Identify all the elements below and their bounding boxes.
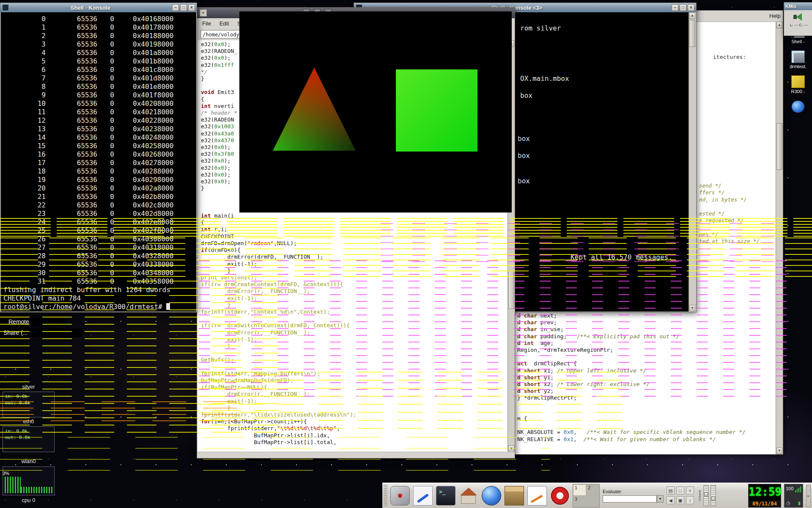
code-line: BufMapPtr->list[i].total, <box>201 439 508 446</box>
battery-icon: ▮ <box>798 500 801 506</box>
code-line: nd, in bytes */ <box>699 196 760 203</box>
pager-desktop-2[interactable]: 2 <box>586 484 599 496</box>
titlebar[interactable]: KMix <box>784 3 812 10</box>
pager-desktop-4[interactable] <box>586 496 599 507</box>
mixer-status: L: --- C: --- <box>784 23 812 27</box>
close-button[interactable]: × <box>688 4 694 11</box>
scrollbar-thumb[interactable] <box>689 20 695 47</box>
monitor-icon <box>791 50 805 63</box>
close-button[interactable]: × <box>200 9 207 17</box>
writer-icon[interactable] <box>527 486 547 505</box>
maximize-button[interactable]: □ <box>680 4 686 11</box>
display-icon[interactable]: ▣ <box>676 496 684 504</box>
code-line: if((r= drmCreateContext(drmFD, &context)… <box>201 281 508 288</box>
buffer-table-row: 146553600x40248000 <box>3 133 196 142</box>
scroll-down-icon[interactable]: ▼ <box>508 445 514 452</box>
konsole-icon[interactable] <box>436 486 455 505</box>
buffer-table-row: 206553600x402a8000 <box>3 184 196 193</box>
volume-slider-1[interactable] <box>703 485 709 506</box>
buffer-table-row: 196553600x40298000 <box>3 176 196 184</box>
scrollbar-thumb[interactable] <box>508 271 514 309</box>
code-line: exit(-1); <box>201 398 508 405</box>
minimize-button[interactable]: – <box>672 4 678 11</box>
browser-icon[interactable] <box>482 486 501 505</box>
scroll-down-icon[interactable]: ▼ <box>689 305 695 312</box>
pager-desktop-3[interactable]: 3 <box>573 496 586 507</box>
desktop-label-share[interactable]: Share (... <box>0 329 83 337</box>
code-comment-column: send */ffers */nd, in bytes */ ested */s… <box>699 182 760 245</box>
menu-edit[interactable]: Edit <box>219 20 229 27</box>
code-line: fprintf(stderr,"Context %d\n",Context); <box>201 309 508 315</box>
menu-help[interactable]: Help <box>769 13 781 19</box>
monitor-cpu-graph[interactable] <box>3 467 55 495</box>
peripherals-icon[interactable] <box>390 486 410 505</box>
lifebuoy-icon[interactable] <box>550 486 570 505</box>
code-line: d char padding; /**< Explicitly pad this… <box>517 333 746 340</box>
titlebar[interactable]: Shell - Konsole – □ × <box>0 3 197 12</box>
code-line: drmError(r,__FUNCTION__); <box>201 329 508 336</box>
close-button[interactable]: × <box>188 4 195 11</box>
buffer-table-row: 276553600x40318000 <box>3 243 196 252</box>
terminal-line: box <box>518 177 530 185</box>
code-line: exit(-1); <box>201 261 508 268</box>
scrollbar-thumb[interactable] <box>776 123 782 170</box>
slider-knob[interactable] <box>711 497 715 501</box>
code-line: oes */ <box>699 231 760 238</box>
pager-desktop-1[interactable]: 1 <box>573 484 586 496</box>
desktop-label-remote[interactable]: Remote <box>0 318 67 326</box>
code-fragment: itectures: <box>713 54 746 60</box>
code-line: drmFD=drmOpen("radeon",NULL); <box>201 240 508 247</box>
terminal-line: OX.main.mbox <box>520 75 569 83</box>
minimize-button[interactable]: – <box>172 4 179 11</box>
home-icon[interactable] <box>459 486 478 505</box>
desktop-pager: 1 2 3 <box>573 484 600 508</box>
panel-handle[interactable] <box>384 485 387 507</box>
scroll-up-icon[interactable]: ▲ <box>689 12 695 19</box>
battery-applet[interactable]: 100 ◷ ▮ <box>784 484 803 508</box>
code-line <box>517 422 746 429</box>
header-code-block: d char next;d char prev;d char in_use;d … <box>517 312 746 443</box>
window-list-icon[interactable]: □ <box>676 486 684 494</box>
updown-icon[interactable]: ↕ <box>686 496 694 504</box>
globe-icon <box>791 100 805 113</box>
volume-slider-2[interactable] <box>710 485 716 506</box>
volume-icon[interactable]: ◀ <box>667 496 675 504</box>
scroll-down-icon[interactable]: ▼ <box>776 447 782 454</box>
monitor-net-silver[interactable]: in: 0.0kout: 0.0k <box>3 392 55 417</box>
code-line: ffers */ <box>699 189 760 196</box>
dropdown-arrow-icon[interactable]: ▼ <box>657 495 664 502</box>
monitor-net-eth0[interactable]: in: 0.0kout: 0.0k <box>3 426 55 452</box>
system-tray: ▤□×◀▣↕ <box>667 486 695 505</box>
window-konsole-1[interactable]: Shell - Konsole – □ × 06553600x401680001… <box>0 3 197 312</box>
desktop-icon-globe[interactable] <box>791 100 805 119</box>
buffer-table-row: 06553600x40168000 <box>3 15 196 23</box>
code-line: BufMapPtr->list[i].idx, <box>201 432 508 439</box>
klipper-icon[interactable]: ▤ <box>667 486 675 494</box>
panel-hide-button[interactable]: ▸ <box>806 485 811 507</box>
window-kmix[interactable]: KMix L: --- C: --- <box>784 2 812 36</box>
scroll-up-icon[interactable]: ▲ <box>776 22 782 28</box>
scrollbar-vertical[interactable]: ▲ ▼ <box>776 22 783 454</box>
code-line: ested */ <box>699 210 760 217</box>
clock-applet[interactable]: 12:59 09/11/04 <box>748 484 781 508</box>
speaker-icon[interactable] <box>793 12 805 22</box>
code-line: d short x2; /* Lower right: exclusive */ <box>517 381 746 388</box>
buffer-table-row: 106553600x40208000 <box>3 99 196 108</box>
terminal-screen[interactable]: 06553600x4016800016553600x40178000265536… <box>1 12 196 312</box>
code-line: if(drmFD<0){ <box>201 247 508 254</box>
scrollbar-vertical[interactable]: ▲ ▼ <box>689 12 696 312</box>
slider-knob[interactable] <box>704 492 708 497</box>
menu-file[interactable]: File <box>202 20 211 27</box>
desktop-icon-r300[interactable]: R300 - <box>791 75 805 94</box>
buffer-table-row: 266553600x40308000 <box>3 235 196 243</box>
close-tray-icon[interactable]: × <box>686 486 694 494</box>
code-line: fprintf(stderr,"Mapping buffers\n"); <box>201 370 508 377</box>
evaluate-input[interactable] <box>603 495 657 502</box>
paint-icon[interactable] <box>413 486 433 505</box>
code-line: drmError(r,__FUNCTION__); <box>201 288 508 295</box>
maximize-button[interactable]: □ <box>180 4 187 11</box>
package-icon[interactable] <box>505 486 524 505</box>
desktop-icon-drmtest[interactable]: drmtest. <box>790 50 807 69</box>
buffer-table-row: 236553600x402d8000 <box>3 210 196 218</box>
desktop-icon-label: Shell - <box>791 39 804 44</box>
